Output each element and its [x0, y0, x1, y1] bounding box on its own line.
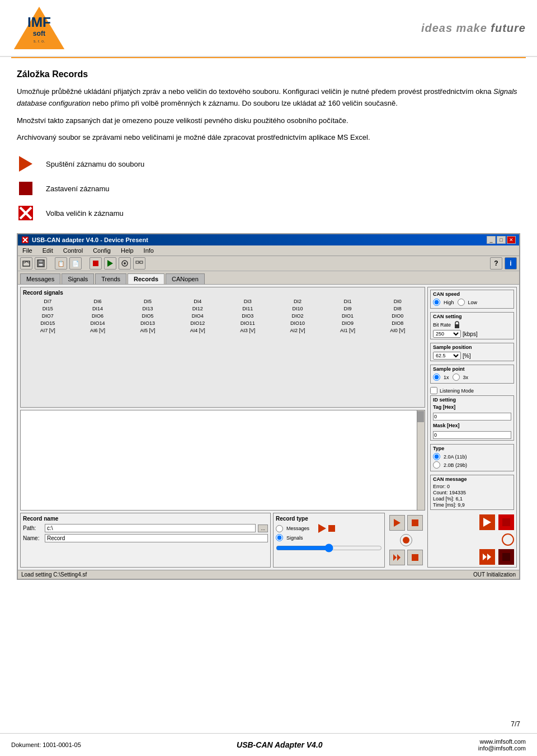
sig-ai6[interactable]: AI6 [V] — [73, 327, 122, 334]
scroll-thumb[interactable] — [417, 411, 424, 422]
sig-di7[interactable]: DI7 — [23, 298, 72, 305]
tb-play2[interactable] — [104, 257, 116, 270]
sig-dio4[interactable]: DIO4 — [173, 313, 222, 319]
tab-records[interactable]: Records — [128, 273, 164, 284]
name-input[interactable] — [45, 534, 268, 542]
right-circle-button[interactable] — [502, 533, 514, 546]
mask-hex-input[interactable] — [433, 431, 511, 439]
sig-ai5[interactable]: AI5 [V] — [123, 327, 172, 334]
sig-dio10[interactable]: DIO10 — [273, 320, 322, 327]
action-play-button[interactable] — [389, 515, 405, 531]
scrollbar[interactable] — [417, 410, 425, 510]
sig-ai3[interactable]: AI3 [V] — [223, 327, 272, 334]
menu-edit[interactable]: Edit — [40, 247, 55, 254]
sig-dio13[interactable]: DIO13 — [123, 320, 172, 327]
menu-config[interactable]: Config — [91, 247, 113, 254]
sig-dio11[interactable]: DIO11 — [223, 320, 272, 327]
action-ff-button[interactable] — [389, 550, 405, 565]
progress-slider[interactable] — [276, 546, 382, 550]
sig-di13[interactable]: DI13 — [123, 305, 172, 312]
action-sq2-button[interactable] — [407, 550, 423, 565]
sig-di11[interactable]: DI11 — [223, 305, 272, 312]
right-recsq-button[interactable] — [498, 549, 514, 565]
close-button[interactable]: ✕ — [507, 236, 516, 244]
error-label: Error: — [433, 484, 446, 489]
menu-file[interactable]: File — [20, 247, 35, 254]
sig-dio2[interactable]: DIO2 — [273, 313, 322, 319]
sig-di14[interactable]: DI14 — [73, 305, 122, 312]
listening-mode-checkbox[interactable] — [430, 387, 437, 394]
tb-copy[interactable]: 📋 — [55, 257, 67, 270]
sig-dio6[interactable]: DIO6 — [73, 313, 122, 319]
type-20b-radio[interactable] — [433, 461, 440, 469]
sig-ai2[interactable]: AI2 [V] — [273, 327, 322, 334]
high-radio[interactable] — [433, 299, 440, 306]
sig-dio15[interactable]: DIO15 — [23, 320, 72, 327]
sig-dio1[interactable]: DIO1 — [323, 313, 372, 319]
signals-radio[interactable] — [276, 534, 283, 541]
sig-dio0[interactable]: DIO0 — [373, 313, 422, 319]
menu-control[interactable]: Control — [61, 247, 85, 254]
action-stop-button[interactable] — [407, 515, 423, 531]
tab-trends[interactable]: Trends — [95, 273, 126, 284]
sample-position-select[interactable]: 62.5 75 87.5 — [433, 352, 461, 360]
sig-ai7[interactable]: AI7 [V] — [23, 327, 72, 334]
tb-net[interactable] — [133, 257, 145, 270]
tab-messages[interactable]: Messages — [20, 273, 60, 284]
sig-di1[interactable]: DI1 — [323, 298, 372, 305]
tb-cfg[interactable] — [119, 257, 131, 270]
tb-stop2[interactable] — [90, 257, 102, 270]
window-controls[interactable]: _ □ ✕ — [487, 236, 516, 244]
sig-di2[interactable]: DI2 — [273, 298, 322, 305]
menu-info[interactable]: Info — [142, 247, 156, 254]
tab-signals[interactable]: Signals — [62, 273, 94, 284]
type-20b-label: 2.0B (29b) — [444, 462, 467, 468]
sig-dio14[interactable]: DIO14 — [73, 320, 122, 327]
low-radio[interactable] — [458, 299, 465, 306]
sig-di12[interactable]: DI12 — [173, 305, 222, 312]
sig-dio8[interactable]: DIO8 — [373, 320, 422, 327]
tb-open[interactable] — [20, 257, 32, 270]
records-scroll-box[interactable] — [20, 410, 425, 511]
3x-radio[interactable] — [453, 374, 460, 381]
sig-ai4[interactable]: AI4 [V] — [173, 327, 222, 334]
sig-di9[interactable]: DI9 — [323, 305, 372, 312]
action-circle-button[interactable] — [400, 534, 412, 546]
right-ff-button[interactable] — [479, 549, 495, 565]
right-play-button[interactable] — [479, 514, 495, 530]
sig-di0[interactable]: DI0 — [373, 298, 422, 305]
sig-dio3[interactable]: DIO3 — [223, 313, 272, 319]
sig-dio12[interactable]: DIO12 — [173, 320, 222, 327]
sig-di3[interactable]: DI3 — [223, 298, 272, 305]
right-stop-button[interactable] — [498, 514, 514, 530]
sig-dio5[interactable]: DIO5 — [123, 313, 172, 319]
minimize-button[interactable]: _ — [487, 236, 496, 244]
sig-di4[interactable]: DI4 — [173, 298, 222, 305]
tb-save[interactable] — [35, 257, 47, 270]
tb-paste[interactable]: 📄 — [69, 257, 82, 270]
sig-ai1[interactable]: AI1 [V] — [323, 327, 372, 334]
sig-di15[interactable]: DI15 — [23, 305, 72, 312]
sig-ai0[interactable]: AI0 [V] — [373, 327, 422, 334]
tb-question[interactable]: ? — [490, 257, 502, 270]
type-20a-radio[interactable] — [433, 453, 440, 460]
right-action-buttons — [430, 514, 514, 565]
svg-rect-25 — [455, 324, 459, 328]
sig-di10[interactable]: DI10 — [273, 305, 322, 312]
sig-di5[interactable]: DI5 — [123, 298, 172, 305]
maximize-button[interactable]: □ — [497, 236, 506, 244]
menu-help[interactable]: Help — [119, 247, 136, 254]
sig-di6[interactable]: DI6 — [73, 298, 122, 305]
tag-hex-input[interactable] — [433, 413, 511, 420]
tb-info[interactable]: i — [505, 257, 517, 270]
tab-canopen[interactable]: CANopen — [166, 273, 205, 284]
sig-di8[interactable]: DI8 — [373, 305, 422, 312]
bit-rate-select[interactable]: 250 125 500 — [433, 330, 461, 338]
open-icon — [22, 259, 30, 267]
1x-radio[interactable] — [433, 374, 440, 381]
messages-radio[interactable] — [276, 525, 283, 532]
path-input[interactable] — [45, 524, 256, 532]
browse-button[interactable]: ... — [258, 525, 268, 532]
sig-dio9[interactable]: DIO9 — [323, 320, 372, 327]
sig-dio7[interactable]: DIO7 — [23, 313, 72, 319]
